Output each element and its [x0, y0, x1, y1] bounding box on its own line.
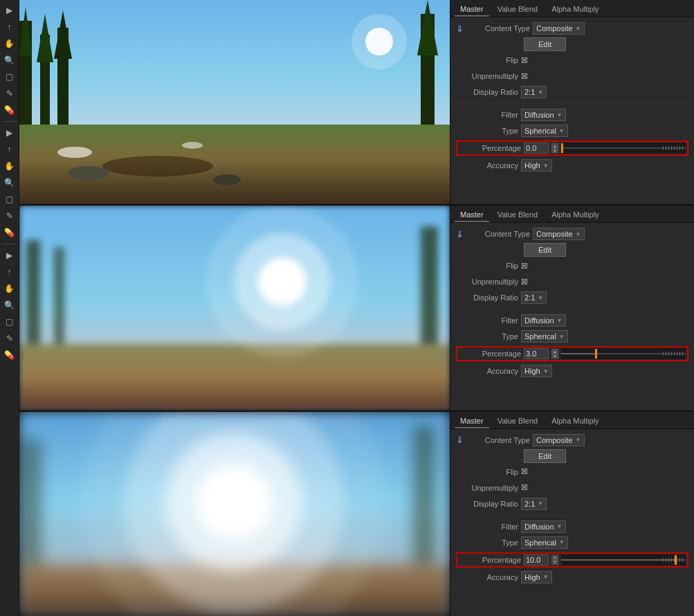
percentage-up-1[interactable]: ▲	[551, 143, 558, 148]
unpremultiply-checkbox-3[interactable]: ☒	[521, 483, 528, 492]
arrow-tool-icon[interactable]: ↑	[2, 19, 17, 35]
accuracy-dropdown-3[interactable]: High ▼	[521, 571, 552, 583]
tab-valueblend-3[interactable]: Value Blend	[492, 415, 544, 428]
type-arrow-3: ▼	[559, 539, 565, 545]
arrow-tool-2-icon[interactable]: ↑	[2, 142, 17, 157]
content-type-dropdown-1[interactable]: Composite ▼	[533, 22, 585, 35]
zoom-tool-3-icon[interactable]: 🔍	[2, 298, 17, 313]
download-icon-1: ⇓	[456, 24, 464, 34]
filter-dropdown-2[interactable]: Diffusion ▼	[521, 314, 566, 327]
dropper-icon[interactable]: 💊	[2, 102, 17, 118]
dropper-3-icon[interactable]: 💊	[2, 347, 17, 363]
type-dropdown-1[interactable]: Spherical ▼	[521, 125, 568, 137]
slider-handle-2[interactable]	[595, 349, 597, 359]
download-icon-2: ⇓	[456, 229, 464, 239]
svg-rect-22	[26, 240, 40, 344]
accuracy-dropdown-1[interactable]: High ▼	[521, 159, 552, 172]
percentage-slider-1[interactable]	[561, 143, 686, 154]
display-ratio-arrow-3: ▼	[538, 500, 543, 507]
edit-button-2[interactable]: Edit	[524, 243, 566, 257]
flip-row-1: Flip ☒	[456, 53, 688, 67]
percentage-slider-3[interactable]	[561, 554, 686, 565]
percentage-input-2[interactable]	[524, 348, 549, 359]
scene-overlay-2	[19, 206, 450, 410]
tab-master-3[interactable]: Master	[455, 415, 489, 428]
unpremultiply-checkbox-2[interactable]: ☒	[521, 278, 528, 287]
edit-button-3[interactable]: Edit	[524, 449, 566, 463]
paint-icon[interactable]: ✎	[2, 86, 17, 101]
hand-tool-2-icon[interactable]: ✋	[2, 158, 17, 174]
tab-master-1[interactable]: Master	[455, 3, 489, 17]
accuracy-dropdown-2[interactable]: High ▼	[521, 365, 552, 377]
svg-rect-24	[54, 247, 64, 344]
percentage-spinner-2: ▲ ▼	[551, 349, 558, 359]
preview-image-3	[19, 412, 450, 616]
percentage-down-1[interactable]: ▼	[551, 148, 558, 153]
scene-overlay-3	[19, 412, 450, 616]
preview-area-2	[19, 206, 450, 410]
filter-row-3: Filter Diffusion ▼	[456, 520, 688, 534]
svg-point-14	[213, 174, 241, 185]
content-type-dropdown-3[interactable]: Composite ▼	[533, 434, 585, 446]
type-dropdown-2[interactable]: Spherical ▼	[521, 330, 568, 343]
dropper-2-icon[interactable]: 💊	[2, 225, 17, 240]
filter-arrow-2: ▼	[557, 318, 563, 324]
filter-dropdown-3[interactable]: Diffusion ▼	[521, 520, 566, 533]
paint-2-icon[interactable]: ✎	[2, 208, 17, 224]
percentage-input-1[interactable]	[524, 143, 549, 154]
flip-checkbox-2[interactable]: ☒	[521, 262, 528, 271]
percentage-up-3[interactable]: ▲	[551, 555, 558, 560]
hand-tool-icon[interactable]: ✋	[2, 36, 17, 51]
hand-tool-3-icon[interactable]: ✋	[2, 281, 17, 296]
zoom-tool-icon[interactable]: 🔍	[2, 53, 17, 68]
display-ratio-dropdown-3[interactable]: 2:1 ▼	[521, 498, 547, 510]
unpremultiply-row-1: Unpremultiply ☒	[456, 69, 688, 83]
rect-select-3-icon[interactable]: ▢	[2, 314, 17, 329]
slider-handle-1[interactable]	[561, 143, 563, 153]
tabs-bar-2: Master Value Blend Alpha Multiply	[450, 206, 694, 223]
content-type-dropdown-2[interactable]: Composite ▼	[533, 228, 585, 240]
percentage-down-3[interactable]: ▼	[551, 560, 558, 565]
edit-row-2: Edit	[456, 243, 688, 257]
rect-select-icon[interactable]: ▢	[2, 69, 17, 84]
select-tool-2-icon[interactable]: ▶	[2, 125, 17, 141]
panel-row-3: Master Value Blend Alpha Multiply ⇓ Cont…	[19, 412, 694, 616]
display-ratio-dropdown-2[interactable]: 2:1 ▼	[521, 291, 547, 304]
type-dropdown-3[interactable]: Spherical ▼	[521, 536, 568, 549]
select-tool-3-icon[interactable]: ▶	[2, 248, 17, 263]
svg-rect-31	[23, 440, 40, 564]
download-icon-3: ⇓	[456, 435, 464, 445]
percentage-row-1: Percentage ▲ ▼	[456, 141, 688, 156]
slider-ticks-3	[663, 558, 683, 562]
unpremultiply-checkbox-1[interactable]: ☒	[521, 72, 528, 81]
display-ratio-dropdown-1[interactable]: 2:1 ▼	[521, 86, 547, 98]
paint-3-icon[interactable]: ✎	[2, 331, 17, 346]
tabs-bar-1: Master Value Blend Alpha Multiply	[450, 0, 694, 17]
percentage-up-2[interactable]: ▲	[551, 349, 558, 354]
flip-row-3: Flip ☒	[456, 465, 688, 479]
select-tool-icon[interactable]: ▶	[2, 3, 17, 18]
tab-alphamultiply-3[interactable]: Alpha Multiply	[546, 415, 604, 428]
percentage-down-2[interactable]: ▼	[551, 354, 558, 359]
tab-valueblend-2[interactable]: Value Blend	[492, 208, 544, 222]
flip-checkbox-3[interactable]: ☒	[521, 467, 528, 476]
type-row-2: Type Spherical ▼	[456, 329, 688, 343]
zoom-tool-2-icon[interactable]: 🔍	[2, 175, 17, 190]
tab-valueblend-1[interactable]: Value Blend	[492, 3, 544, 17]
filter-dropdown-1[interactable]: Diffusion ▼	[521, 109, 566, 121]
percentage-row-3: Percentage ▲ ▼	[456, 552, 688, 568]
accuracy-arrow-3: ▼	[543, 574, 549, 580]
percentage-slider-2[interactable]	[561, 348, 686, 359]
tab-master-2[interactable]: Master	[455, 208, 489, 222]
panel-row-2: Master Value Blend Alpha Multiply ⇓ Cont…	[19, 206, 694, 411]
content-type-label-3: Content Type	[468, 436, 530, 444]
edit-button-1[interactable]: Edit	[524, 37, 566, 51]
flip-checkbox-1[interactable]: ☒	[521, 56, 528, 65]
content-type-arrow-2: ▼	[576, 231, 581, 237]
unpremultiply-row-3: Unpremultiply ☒	[456, 481, 688, 495]
arrow-tool-3-icon[interactable]: ↑	[2, 264, 17, 280]
tab-alphamultiply-2[interactable]: Alpha Multiply	[546, 208, 604, 222]
percentage-input-3[interactable]	[524, 554, 549, 565]
tab-alphamultiply-1[interactable]: Alpha Multiply	[546, 3, 604, 17]
rect-select-2-icon[interactable]: ▢	[2, 192, 17, 207]
